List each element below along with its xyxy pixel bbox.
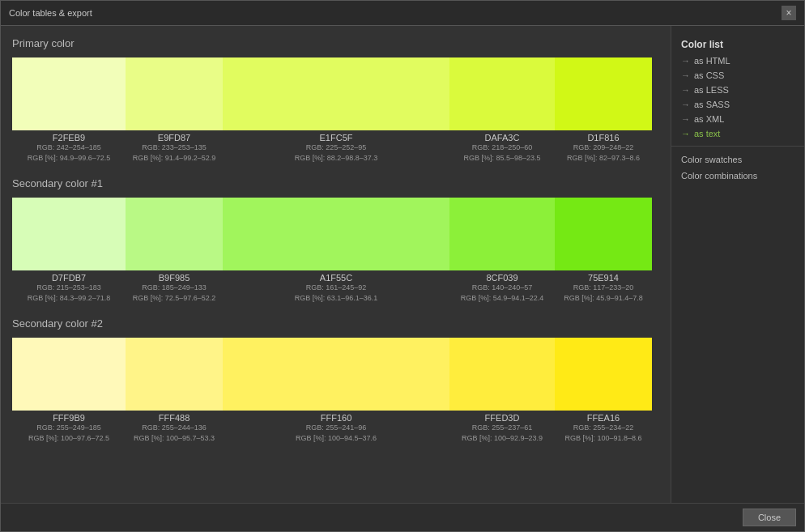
- swatch-item: FFEA16RGB: 255–234–22RGB [%]: 100–91.8–8…: [555, 338, 652, 443]
- swatch-box: [12, 57, 126, 130]
- swatch-info: FFF488RGB: 255–244–136RGB [%]: 100–95.7–…: [126, 411, 223, 443]
- swatch-box: [449, 198, 555, 270]
- bottom-bar: Close: [1, 503, 804, 531]
- menu-item-sass[interactable]: → as SASS: [671, 97, 804, 112]
- swatch-box: [555, 198, 652, 270]
- swatches-row-secondary2: FFF9B9RGB: 255–249–185RGB [%]: 100–97.6–…: [12, 338, 659, 443]
- menu-item-label: as HTML: [694, 56, 730, 66]
- swatch-hex: DAFA3C: [451, 133, 553, 143]
- swatch-info: FFF9B9RGB: 255–249–185RGB [%]: 100–97.6–…: [12, 411, 126, 443]
- swatch-item: FFED3DRGB: 255–237–61RGB [%]: 100–92.9–2…: [449, 338, 555, 443]
- swatch-box: [126, 338, 223, 411]
- swatch-info: 75E914RGB: 117–233–20RGB [%]: 45.9–91.4–…: [555, 270, 652, 303]
- swatch-rgb: RGB: 117–233–20RGB [%]: 45.9–91.4–7.8: [556, 283, 650, 303]
- arrow-icon: →: [681, 129, 690, 138]
- swatch-item: B9F985RGB: 185–249–133RGB [%]: 72.5–97.6…: [126, 198, 223, 303]
- close-button[interactable]: Close: [743, 509, 796, 526]
- swatch-box: [12, 198, 126, 270]
- menu-item-label: as CSS: [694, 70, 724, 80]
- arrow-icon: →: [681, 114, 690, 124]
- section-title-primary: Primary color: [12, 37, 659, 49]
- swatch-rgb: RGB: 233–253–135RGB [%]: 91.4–99.2–52.9: [127, 143, 221, 163]
- swatch-box: [223, 198, 449, 270]
- swatches-row-primary: F2FEB9RGB: 242–254–185RGB [%]: 94.9–99.6…: [12, 57, 659, 163]
- swatch-rgb: RGB: 255–241–96RGB [%]: 100–94.5–37.6: [224, 423, 448, 443]
- swatch-box: [449, 57, 555, 130]
- swatch-hex: 8CF039: [451, 273, 553, 283]
- swatch-rgb: RGB: 225–252–95RGB [%]: 88.2–98.8–37.3: [224, 143, 448, 163]
- swatch-rgb: RGB: 242–254–185RGB [%]: 94.9–99.6–72.5: [14, 143, 124, 163]
- swatch-info: E1FC5FRGB: 225–252–95RGB [%]: 88.2–98.8–…: [223, 130, 449, 163]
- swatch-hex: FFF9B9: [14, 413, 124, 423]
- menu-item-label: as XML: [694, 114, 724, 124]
- swatch-box: [223, 338, 449, 411]
- menu-item-less[interactable]: → as LESS: [671, 83, 804, 97]
- arrow-icon: →: [681, 70, 690, 80]
- swatch-rgb: RGB: 140–240–57RGB [%]: 54.9–94.1–22.4: [451, 283, 553, 303]
- swatch-box: [555, 338, 652, 411]
- swatch-item: D7FDB7RGB: 215–253–183RGB [%]: 84.3–99.2…: [12, 198, 126, 303]
- swatch-rgb: RGB: 161–245–92RGB [%]: 63.1–96.1–36.1: [224, 283, 448, 303]
- swatch-box: [555, 57, 652, 130]
- swatch-info: D7FDB7RGB: 215–253–183RGB [%]: 84.3–99.2…: [12, 270, 126, 303]
- color-swatches-link[interactable]: Color swatches: [671, 151, 804, 168]
- menu-item-css[interactable]: → as CSS: [671, 68, 804, 83]
- section-title-secondary1: Secondary color #1: [12, 177, 659, 189]
- swatch-hex: FFEA16: [556, 413, 650, 423]
- title-close-button[interactable]: ×: [782, 6, 796, 20]
- swatch-hex: FFF160: [224, 413, 448, 423]
- swatch-box: [449, 338, 555, 411]
- swatch-info: FFF160RGB: 255–241–96RGB [%]: 100–94.5–3…: [223, 411, 449, 443]
- swatch-hex: B9F985: [127, 273, 221, 283]
- menu-item-xml[interactable]: → as XML: [671, 112, 804, 126]
- right-panel: Color list → as HTML→ as CSS→ as LESS→ a…: [671, 26, 804, 503]
- swatch-item: F2FEB9RGB: 242–254–185RGB [%]: 94.9–99.6…: [12, 57, 126, 163]
- menu-item-label: as LESS: [694, 85, 729, 95]
- swatch-box: [126, 198, 223, 270]
- color-section-primary: Primary colorF2FEB9RGB: 242–254–185RGB […: [12, 37, 659, 163]
- swatch-rgb: RGB: 255–244–136RGB [%]: 100–95.7–53.3: [127, 423, 221, 443]
- menu-item-label: as text: [694, 129, 720, 138]
- swatch-info: DAFA3CRGB: 218–250–60RGB [%]: 85.5–98–23…: [449, 130, 555, 163]
- right-menu: → as HTML→ as CSS→ as LESS→ as SASS→ as …: [671, 53, 804, 141]
- swatch-item: D1F816RGB: 209–248–22RGB [%]: 82–97.3–8.…: [555, 57, 652, 163]
- swatch-info: FFEA16RGB: 255–234–22RGB [%]: 100–91.8–8…: [555, 411, 652, 443]
- swatch-item: FFF488RGB: 255–244–136RGB [%]: 100–95.7–…: [126, 338, 223, 443]
- swatch-rgb: RGB: 255–234–22RGB [%]: 100–91.8–8.6: [556, 423, 650, 443]
- swatch-box: [223, 57, 449, 130]
- swatch-item: FFF160RGB: 255–241–96RGB [%]: 100–94.5–3…: [223, 338, 449, 443]
- arrow-icon: →: [681, 100, 690, 109]
- swatch-item: E9FD87RGB: 233–253–135RGB [%]: 91.4–99.2…: [126, 57, 223, 163]
- swatch-info: B9F985RGB: 185–249–133RGB [%]: 72.5–97.6…: [126, 270, 223, 303]
- swatch-item: A1F55CRGB: 161–245–92RGB [%]: 63.1–96.1–…: [223, 198, 449, 303]
- right-panel-bottom: [671, 184, 804, 495]
- right-divider: [671, 146, 804, 147]
- title-bar: Color tables & export ×: [1, 1, 804, 26]
- swatch-info: D1F816RGB: 209–248–22RGB [%]: 82–97.3–8.…: [555, 130, 652, 163]
- color-section-secondary1: Secondary color #1D7FDB7RGB: 215–253–183…: [12, 177, 659, 303]
- swatch-rgb: RGB: 218–250–60RGB [%]: 85.5–98–23.5: [451, 143, 553, 163]
- swatch-item: E1FC5FRGB: 225–252–95RGB [%]: 88.2–98.8–…: [223, 57, 449, 163]
- swatch-info: F2FEB9RGB: 242–254–185RGB [%]: 94.9–99.6…: [12, 130, 126, 163]
- menu-item-text[interactable]: → as text: [671, 126, 804, 141]
- swatch-hex: F2FEB9: [14, 133, 124, 143]
- swatch-hex: E1FC5F: [224, 133, 448, 143]
- color-section-secondary2: Secondary color #2FFF9B9RGB: 255–249–185…: [12, 317, 659, 443]
- swatch-rgb: RGB: 215–253–183RGB [%]: 84.3–99.2–71.8: [14, 283, 124, 303]
- menu-item-label: as SASS: [694, 100, 730, 109]
- dialog: Color tables & export × Primary colorF2F…: [0, 0, 805, 532]
- swatch-info: FFED3DRGB: 255–237–61RGB [%]: 100–92.9–2…: [449, 411, 555, 443]
- swatch-item: 75E914RGB: 117–233–20RGB [%]: 45.9–91.4–…: [555, 198, 652, 303]
- swatch-hex: A1F55C: [224, 273, 448, 283]
- menu-item-html[interactable]: → as HTML: [671, 53, 804, 68]
- swatch-item: 8CF039RGB: 140–240–57RGB [%]: 54.9–94.1–…: [449, 198, 555, 303]
- color-combinations-link[interactable]: Color combinations: [671, 168, 804, 184]
- arrow-icon: →: [681, 56, 690, 66]
- swatches-row-secondary1: D7FDB7RGB: 215–253–183RGB [%]: 84.3–99.2…: [12, 198, 659, 303]
- swatch-rgb: RGB: 185–249–133RGB [%]: 72.5–97.6–52.2: [127, 283, 221, 303]
- swatch-box: [126, 57, 223, 130]
- left-panel: Primary colorF2FEB9RGB: 242–254–185RGB […: [1, 26, 671, 503]
- color-list-title: Color list: [671, 34, 804, 53]
- swatch-rgb: RGB: 209–248–22RGB [%]: 82–97.3–8.6: [556, 143, 650, 163]
- swatch-item: DAFA3CRGB: 218–250–60RGB [%]: 85.5–98–23…: [449, 57, 555, 163]
